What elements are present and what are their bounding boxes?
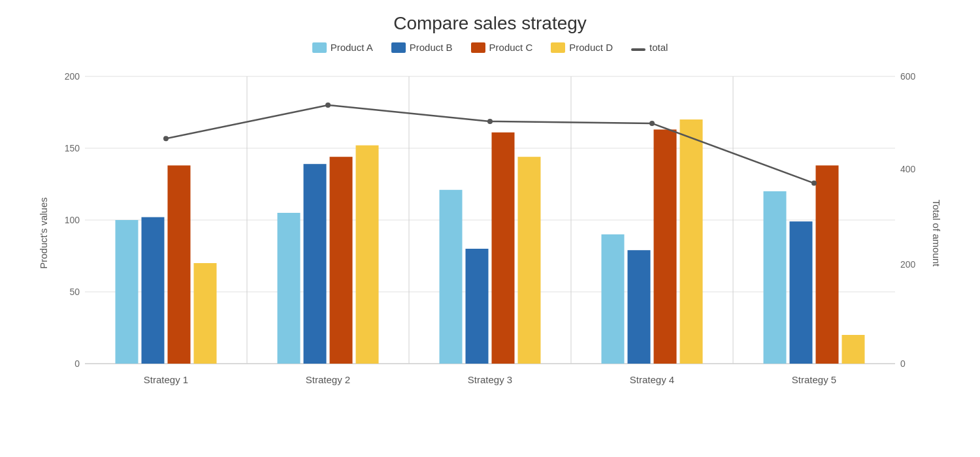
legend-label-a: Product A: [331, 42, 373, 53]
total-dot-s4: [649, 121, 655, 126]
bar-s5-a: [764, 191, 787, 364]
bar-s2-a: [278, 213, 301, 364]
svg-text:400: 400: [900, 164, 916, 174]
bar-s4-a: [602, 234, 625, 364]
bar-s4-b: [628, 250, 651, 364]
xlabel-s5: Strategy 5: [792, 374, 836, 385]
bar-s1-c: [168, 165, 191, 364]
legend-label-b: Product B: [410, 42, 453, 53]
bar-s1-a: [116, 220, 139, 364]
xlabel-s1: Strategy 1: [144, 374, 188, 385]
bar-s3-a: [440, 190, 463, 364]
legend-swatch-b: [391, 42, 406, 53]
legend-item-c: Product C: [471, 42, 533, 53]
svg-text:100: 100: [65, 215, 80, 225]
total-dot-s3: [487, 119, 493, 124]
total-dot-s1: [163, 136, 169, 141]
bar-s5-d: [842, 335, 865, 364]
svg-text:200: 200: [900, 259, 916, 270]
legend-swatch-d: [551, 42, 565, 53]
legend: Product A Product B Product C Product D …: [33, 42, 947, 53]
legend-label-total: total: [649, 42, 668, 53]
bar-s1-b: [142, 217, 165, 364]
total-dot-s2: [325, 102, 331, 108]
bar-s4-d: [680, 119, 703, 364]
total-dot-s5: [811, 181, 817, 186]
legend-swatch-total: [631, 48, 645, 51]
legend-item-a: Product A: [312, 42, 373, 53]
bar-s5-c: [816, 165, 839, 364]
chart-svg: 200 150 100 50 0 600 400 200 0 Product's…: [33, 63, 947, 403]
bar-s3-b: [466, 249, 489, 364]
legend-item-b: Product B: [391, 42, 453, 53]
legend-item-total: total: [631, 42, 668, 53]
xlabel-s4: Strategy 4: [630, 374, 674, 385]
svg-text:0: 0: [74, 358, 80, 369]
svg-text:Product's values: Product's values: [38, 197, 49, 269]
svg-text:600: 600: [900, 71, 916, 82]
total-line: [166, 105, 814, 183]
chart-container: Compare sales strategy Product A Product…: [33, 13, 947, 444]
chart-area: 200 150 100 50 0 600 400 200 0 Product's…: [33, 63, 947, 403]
bar-s5-b: [790, 221, 813, 364]
svg-text:200: 200: [65, 71, 80, 82]
legend-swatch-c: [471, 42, 485, 53]
bar-s2-c: [330, 157, 353, 364]
chart-title: Compare sales strategy: [33, 13, 947, 34]
xlabel-s3: Strategy 3: [468, 374, 512, 385]
legend-label-c: Product C: [489, 42, 533, 53]
bar-s4-c: [654, 129, 677, 364]
svg-text:Total of amount: Total of amount: [931, 200, 942, 267]
legend-item-d: Product D: [551, 42, 613, 53]
svg-text:50: 50: [69, 287, 80, 297]
bar-s3-c: [492, 133, 515, 364]
legend-swatch-a: [312, 42, 327, 53]
svg-text:150: 150: [65, 143, 80, 153]
xlabel-s2: Strategy 2: [306, 374, 350, 385]
bar-s2-d: [356, 146, 379, 364]
legend-label-d: Product D: [569, 42, 613, 53]
svg-text:0: 0: [900, 358, 906, 369]
bar-s3-d: [518, 157, 541, 364]
bar-s2-b: [304, 164, 327, 364]
bar-s1-d: [194, 263, 217, 364]
